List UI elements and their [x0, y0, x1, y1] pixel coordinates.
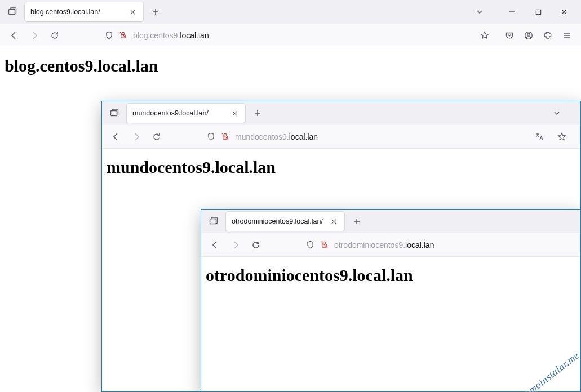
extensions-icon[interactable] — [539, 27, 556, 44]
account-icon[interactable] — [520, 27, 537, 44]
forward-button — [227, 237, 244, 253]
reload-button[interactable] — [247, 237, 264, 253]
tab-bar: mundocentos9.local.lan/ — [102, 101, 580, 125]
close-window-button[interactable] — [552, 1, 576, 23]
bookmark-star-icon[interactable] — [553, 128, 570, 145]
new-tab-button[interactable] — [148, 4, 163, 20]
back-button[interactable] — [108, 128, 125, 145]
back-button[interactable] — [6, 27, 23, 44]
browser-tab[interactable]: mundocentos9.local.lan/ — [127, 104, 245, 123]
reload-button[interactable] — [148, 128, 165, 145]
insecure-lock-icon[interactable] — [119, 31, 127, 39]
back-button[interactable] — [207, 237, 224, 253]
recent-tabs-icon[interactable] — [107, 105, 122, 121]
tab-title: otrodominiocentos9.local.lan/ — [232, 217, 324, 225]
window-controls — [549, 105, 576, 121]
url-text: mundocentos9.local.lan — [235, 132, 525, 141]
url-bar[interactable]: mundocentos9.local.lan — [202, 128, 575, 146]
page-content: mundocentos9.local.lan — [102, 149, 580, 186]
reload-button[interactable] — [46, 27, 63, 44]
nav-toolbar: otrodominiocentos9.local.lan — [201, 233, 580, 257]
close-icon[interactable] — [127, 7, 138, 17]
menu-icon[interactable] — [558, 27, 575, 44]
translate-icon[interactable] — [531, 128, 548, 145]
page-content: otrodominiocentos9.local.lan — [201, 257, 580, 294]
url-bar[interactable]: blog.centos9.local.lan — [100, 26, 498, 44]
shield-icon[interactable] — [105, 31, 113, 39]
page-heading: mundocentos9.local.lan — [107, 158, 576, 177]
insecure-lock-icon[interactable] — [320, 240, 329, 249]
shield-icon[interactable] — [306, 240, 314, 249]
insecure-lock-icon[interactable] — [221, 132, 229, 141]
svg-rect-1 — [536, 10, 540, 14]
toolbar-right — [501, 27, 575, 44]
nav-toolbar: blog.centos9.local.lan — [0, 24, 581, 47]
close-icon[interactable] — [229, 108, 240, 118]
new-tab-button[interactable] — [250, 105, 265, 121]
tab-title: mundocentos9.local.lan/ — [132, 109, 225, 117]
svg-rect-5 — [111, 111, 117, 116]
window-controls — [472, 1, 576, 23]
minimize-button[interactable] — [500, 1, 525, 23]
page-content: blog.centos9.local.lan — [0, 47, 581, 84]
close-icon[interactable] — [329, 216, 339, 226]
nav-toolbar: mundocentos9.local.lan — [102, 125, 580, 149]
svg-point-4 — [527, 33, 530, 35]
svg-rect-7 — [210, 219, 216, 224]
page-heading: blog.centos9.local.lan — [5, 56, 576, 75]
svg-rect-0 — [9, 10, 15, 15]
recent-tabs-icon[interactable] — [206, 213, 221, 229]
browser-tab[interactable]: otrodominiocentos9.local.lan/ — [226, 212, 344, 231]
recent-tabs-icon[interactable] — [5, 4, 20, 20]
new-tab-button[interactable] — [349, 213, 365, 229]
pocket-icon[interactable] — [501, 27, 518, 44]
forward-button — [26, 27, 43, 44]
browser-window-3: otrodominiocentos9.local.lan/ otrodomini… — [201, 209, 581, 392]
url-bar[interactable]: otrodominiocentos9.local.lan — [301, 236, 575, 254]
tab-bar: otrodominiocentos9.local.lan/ — [201, 210, 580, 233]
page-heading: otrodominiocentos9.local.lan — [206, 266, 576, 285]
forward-button — [128, 128, 145, 145]
url-text: blog.centos9.local.lan — [133, 31, 471, 40]
chevron-down-icon[interactable] — [549, 105, 565, 121]
chevron-down-icon[interactable] — [472, 4, 487, 20]
tab-title: blog.centos9.local.lan/ — [30, 8, 123, 16]
shield-icon[interactable] — [207, 132, 215, 141]
maximize-button[interactable] — [526, 1, 551, 23]
bookmark-star-icon[interactable] — [476, 27, 493, 44]
tab-bar: blog.centos9.local.lan/ — [0, 0, 581, 24]
browser-tab[interactable]: blog.centos9.local.lan/ — [25, 2, 143, 21]
url-text: otrodominiocentos9.local.lan — [334, 240, 570, 250]
